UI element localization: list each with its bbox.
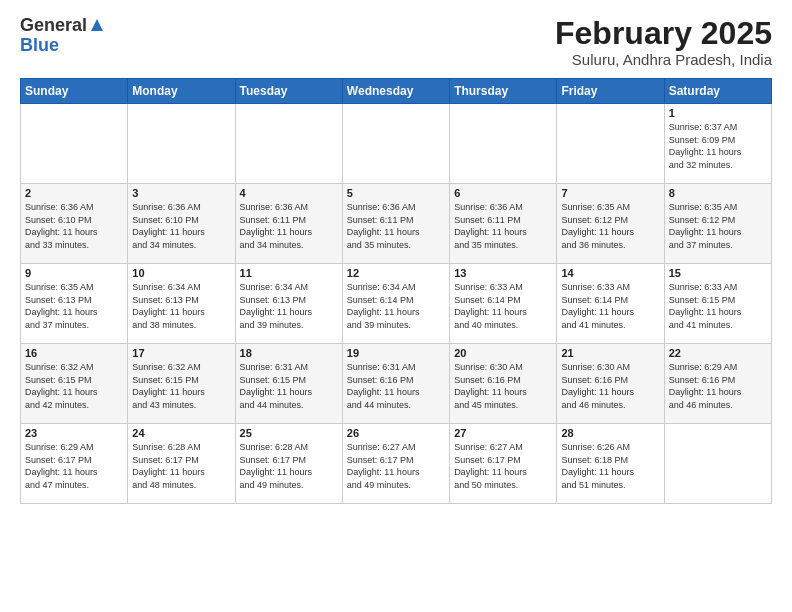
day-number: 25 xyxy=(240,427,338,439)
calendar-title: February 2025 xyxy=(555,16,772,51)
day-info: Sunrise: 6:28 AM Sunset: 6:17 PM Dayligh… xyxy=(132,441,230,491)
calendar-week-row: 1Sunrise: 6:37 AM Sunset: 6:09 PM Daylig… xyxy=(21,104,772,184)
day-info: Sunrise: 6:32 AM Sunset: 6:15 PM Dayligh… xyxy=(25,361,123,411)
day-info: Sunrise: 6:36 AM Sunset: 6:11 PM Dayligh… xyxy=(240,201,338,251)
day-number: 18 xyxy=(240,347,338,359)
logo-icon xyxy=(89,17,105,33)
day-number: 2 xyxy=(25,187,123,199)
day-info: Sunrise: 6:36 AM Sunset: 6:11 PM Dayligh… xyxy=(347,201,445,251)
calendar-week-row: 16Sunrise: 6:32 AM Sunset: 6:15 PM Dayli… xyxy=(21,344,772,424)
day-info: Sunrise: 6:33 AM Sunset: 6:14 PM Dayligh… xyxy=(561,281,659,331)
day-info: Sunrise: 6:30 AM Sunset: 6:16 PM Dayligh… xyxy=(561,361,659,411)
table-row: 1Sunrise: 6:37 AM Sunset: 6:09 PM Daylig… xyxy=(664,104,771,184)
table-row xyxy=(664,424,771,504)
day-info: Sunrise: 6:36 AM Sunset: 6:11 PM Dayligh… xyxy=(454,201,552,251)
day-info: Sunrise: 6:29 AM Sunset: 6:16 PM Dayligh… xyxy=(669,361,767,411)
day-info: Sunrise: 6:35 AM Sunset: 6:12 PM Dayligh… xyxy=(669,201,767,251)
table-row: 24Sunrise: 6:28 AM Sunset: 6:17 PM Dayli… xyxy=(128,424,235,504)
day-number: 23 xyxy=(25,427,123,439)
table-row: 5Sunrise: 6:36 AM Sunset: 6:11 PM Daylig… xyxy=(342,184,449,264)
calendar-week-row: 23Sunrise: 6:29 AM Sunset: 6:17 PM Dayli… xyxy=(21,424,772,504)
day-info: Sunrise: 6:26 AM Sunset: 6:18 PM Dayligh… xyxy=(561,441,659,491)
page: General Blue February 2025 Suluru, Andhr… xyxy=(0,0,792,612)
table-row: 10Sunrise: 6:34 AM Sunset: 6:13 PM Dayli… xyxy=(128,264,235,344)
table-row: 15Sunrise: 6:33 AM Sunset: 6:15 PM Dayli… xyxy=(664,264,771,344)
day-info: Sunrise: 6:33 AM Sunset: 6:14 PM Dayligh… xyxy=(454,281,552,331)
table-row: 11Sunrise: 6:34 AM Sunset: 6:13 PM Dayli… xyxy=(235,264,342,344)
table-row: 23Sunrise: 6:29 AM Sunset: 6:17 PM Dayli… xyxy=(21,424,128,504)
table-row: 4Sunrise: 6:36 AM Sunset: 6:11 PM Daylig… xyxy=(235,184,342,264)
table-row: 17Sunrise: 6:32 AM Sunset: 6:15 PM Dayli… xyxy=(128,344,235,424)
day-info: Sunrise: 6:33 AM Sunset: 6:15 PM Dayligh… xyxy=(669,281,767,331)
table-row: 25Sunrise: 6:28 AM Sunset: 6:17 PM Dayli… xyxy=(235,424,342,504)
col-saturday: Saturday xyxy=(664,79,771,104)
table-row xyxy=(21,104,128,184)
day-number: 5 xyxy=(347,187,445,199)
col-monday: Monday xyxy=(128,79,235,104)
day-info: Sunrise: 6:34 AM Sunset: 6:13 PM Dayligh… xyxy=(240,281,338,331)
table-row: 16Sunrise: 6:32 AM Sunset: 6:15 PM Dayli… xyxy=(21,344,128,424)
day-number: 10 xyxy=(132,267,230,279)
calendar-week-row: 2Sunrise: 6:36 AM Sunset: 6:10 PM Daylig… xyxy=(21,184,772,264)
table-row: 13Sunrise: 6:33 AM Sunset: 6:14 PM Dayli… xyxy=(450,264,557,344)
table-row: 7Sunrise: 6:35 AM Sunset: 6:12 PM Daylig… xyxy=(557,184,664,264)
day-info: Sunrise: 6:32 AM Sunset: 6:15 PM Dayligh… xyxy=(132,361,230,411)
table-row: 2Sunrise: 6:36 AM Sunset: 6:10 PM Daylig… xyxy=(21,184,128,264)
day-number: 27 xyxy=(454,427,552,439)
table-row: 8Sunrise: 6:35 AM Sunset: 6:12 PM Daylig… xyxy=(664,184,771,264)
table-row: 19Sunrise: 6:31 AM Sunset: 6:16 PM Dayli… xyxy=(342,344,449,424)
svg-marker-0 xyxy=(91,19,103,31)
day-number: 3 xyxy=(132,187,230,199)
header: General Blue February 2025 Suluru, Andhr… xyxy=(20,16,772,68)
table-row: 20Sunrise: 6:30 AM Sunset: 6:16 PM Dayli… xyxy=(450,344,557,424)
calendar-subtitle: Suluru, Andhra Pradesh, India xyxy=(555,51,772,68)
calendar-week-row: 9Sunrise: 6:35 AM Sunset: 6:13 PM Daylig… xyxy=(21,264,772,344)
table-row: 26Sunrise: 6:27 AM Sunset: 6:17 PM Dayli… xyxy=(342,424,449,504)
table-row: 27Sunrise: 6:27 AM Sunset: 6:17 PM Dayli… xyxy=(450,424,557,504)
col-tuesday: Tuesday xyxy=(235,79,342,104)
logo-general: General xyxy=(20,16,87,36)
col-thursday: Thursday xyxy=(450,79,557,104)
day-info: Sunrise: 6:36 AM Sunset: 6:10 PM Dayligh… xyxy=(132,201,230,251)
day-number: 17 xyxy=(132,347,230,359)
day-number: 4 xyxy=(240,187,338,199)
day-info: Sunrise: 6:27 AM Sunset: 6:17 PM Dayligh… xyxy=(454,441,552,491)
day-info: Sunrise: 6:36 AM Sunset: 6:10 PM Dayligh… xyxy=(25,201,123,251)
table-row: 28Sunrise: 6:26 AM Sunset: 6:18 PM Dayli… xyxy=(557,424,664,504)
calendar-header-row: Sunday Monday Tuesday Wednesday Thursday… xyxy=(21,79,772,104)
day-number: 12 xyxy=(347,267,445,279)
day-number: 20 xyxy=(454,347,552,359)
day-number: 24 xyxy=(132,427,230,439)
day-number: 15 xyxy=(669,267,767,279)
logo-blue: Blue xyxy=(20,36,59,56)
calendar-table: Sunday Monday Tuesday Wednesday Thursday… xyxy=(20,78,772,504)
col-sunday: Sunday xyxy=(21,79,128,104)
day-info: Sunrise: 6:31 AM Sunset: 6:15 PM Dayligh… xyxy=(240,361,338,411)
day-info: Sunrise: 6:28 AM Sunset: 6:17 PM Dayligh… xyxy=(240,441,338,491)
day-number: 11 xyxy=(240,267,338,279)
day-number: 14 xyxy=(561,267,659,279)
day-number: 13 xyxy=(454,267,552,279)
day-number: 28 xyxy=(561,427,659,439)
day-number: 16 xyxy=(25,347,123,359)
day-number: 21 xyxy=(561,347,659,359)
day-info: Sunrise: 6:35 AM Sunset: 6:12 PM Dayligh… xyxy=(561,201,659,251)
table-row: 22Sunrise: 6:29 AM Sunset: 6:16 PM Dayli… xyxy=(664,344,771,424)
table-row: 6Sunrise: 6:36 AM Sunset: 6:11 PM Daylig… xyxy=(450,184,557,264)
logo: General Blue xyxy=(20,16,105,56)
day-number: 7 xyxy=(561,187,659,199)
day-number: 19 xyxy=(347,347,445,359)
table-row: 14Sunrise: 6:33 AM Sunset: 6:14 PM Dayli… xyxy=(557,264,664,344)
table-row xyxy=(450,104,557,184)
table-row xyxy=(557,104,664,184)
table-row: 21Sunrise: 6:30 AM Sunset: 6:16 PM Dayli… xyxy=(557,344,664,424)
day-number: 26 xyxy=(347,427,445,439)
day-number: 9 xyxy=(25,267,123,279)
day-info: Sunrise: 6:30 AM Sunset: 6:16 PM Dayligh… xyxy=(454,361,552,411)
day-info: Sunrise: 6:37 AM Sunset: 6:09 PM Dayligh… xyxy=(669,121,767,171)
table-row: 12Sunrise: 6:34 AM Sunset: 6:14 PM Dayli… xyxy=(342,264,449,344)
day-info: Sunrise: 6:34 AM Sunset: 6:14 PM Dayligh… xyxy=(347,281,445,331)
day-info: Sunrise: 6:29 AM Sunset: 6:17 PM Dayligh… xyxy=(25,441,123,491)
day-info: Sunrise: 6:35 AM Sunset: 6:13 PM Dayligh… xyxy=(25,281,123,331)
day-number: 8 xyxy=(669,187,767,199)
